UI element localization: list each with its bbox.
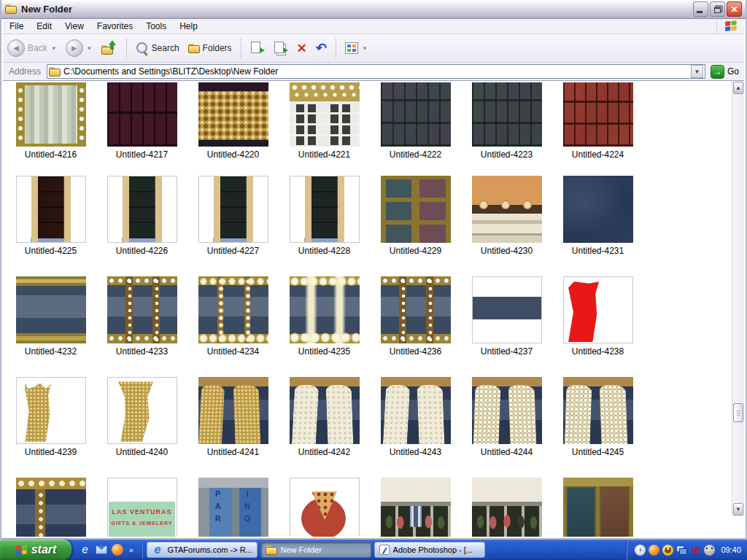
file-name: Untitled-4245 (572, 447, 624, 457)
minimize-button[interactable] (693, 1, 708, 17)
file-item-untitled-4228[interactable]: Untitled-4228 (279, 176, 370, 256)
file-item-untitled-4238[interactable]: Untitled-4238 (552, 276, 643, 357)
file-item-untitled-4243[interactable]: Untitled-4243 (370, 377, 461, 457)
menu-file[interactable]: File (3, 20, 30, 33)
tray-smiley-icon[interactable] (662, 545, 673, 556)
thumbnail-sign-text: INO (243, 489, 252, 526)
copy-to-button[interactable] (269, 36, 293, 61)
file-item-untitled-4233[interactable]: Untitled-4233 (96, 276, 187, 357)
search-button[interactable]: Search (131, 36, 184, 61)
file-item[interactable] (552, 478, 643, 537)
tray-orange-app-icon[interactable] (649, 545, 659, 556)
menu-favorites[interactable]: Favorites (90, 20, 139, 33)
folders-button[interactable]: Folders (184, 36, 236, 61)
task-button-new-folder[interactable]: New Folder (260, 542, 371, 558)
vertical-scrollbar[interactable]: ▲ ▼ (732, 81, 744, 516)
scrollbar-thumb[interactable] (733, 403, 743, 422)
file-item-untitled-4234[interactable]: Untitled-4234 (187, 276, 279, 357)
address-input[interactable]: C:\Documents and Settings\BLITZ\Desktop\… (47, 64, 705, 79)
forward-dropdown-icon[interactable]: ▼ (87, 45, 93, 52)
file-item-untitled-4236[interactable]: Untitled-4236 (370, 276, 461, 357)
file-item[interactable] (370, 478, 461, 537)
file-item-untitled-4220[interactable]: Untitled-4220 (187, 82, 279, 160)
back-dropdown-icon[interactable]: ▼ (51, 45, 57, 52)
forward-button[interactable]: ► ▼ (61, 36, 97, 61)
file-item-untitled-4227[interactable]: Untitled-4227 (187, 176, 279, 256)
tray-kaspersky-icon[interactable]: K (690, 545, 701, 556)
file-thumbnail (16, 478, 86, 537)
file-item-untitled-4244[interactable]: Untitled-4244 (461, 377, 552, 457)
task-button-photoshop[interactable]: Adobe Photoshop - [... (374, 542, 485, 558)
views-button[interactable]: ▼ (341, 36, 372, 61)
file-thumbnail (381, 377, 451, 444)
file-item[interactable]: THE WELL STACKED PIZZA CO (279, 478, 370, 537)
tray-network-icon[interactable] (676, 545, 687, 556)
go-button[interactable]: → Go (705, 65, 744, 79)
task-button-gtaforums[interactable]: e GTAForums.com -> R... (147, 542, 258, 558)
file-item-untitled-4245[interactable]: Untitled-4245 (552, 377, 643, 457)
undo-button[interactable]: ↷ (311, 36, 331, 61)
file-item-untitled-4229[interactable]: Untitled-4229 (370, 176, 461, 256)
start-button[interactable]: start (0, 540, 71, 560)
scroll-up-button[interactable]: ▲ (733, 82, 743, 94)
file-item[interactable] (5, 478, 96, 537)
file-item-untitled-4226[interactable]: Untitled-4226 (96, 176, 187, 256)
views-icon (345, 42, 358, 54)
file-item-untitled-4231[interactable]: Untitled-4231 (552, 176, 643, 256)
file-item-untitled-4241[interactable]: Untitled-4241 (187, 377, 279, 457)
file-name: Untitled-4227 (207, 246, 259, 256)
menu-bar: File Edit View Favorites Tools Help (3, 19, 744, 34)
file-item-untitled-4223[interactable]: Untitled-4223 (461, 82, 552, 160)
file-item-untitled-4240[interactable]: Untitled-4240 (96, 377, 187, 457)
up-button[interactable] (97, 36, 122, 61)
delete-icon: ✕ (297, 42, 307, 55)
title-bar[interactable]: New Folder ✕ (1, 0, 746, 19)
menu-edit[interactable]: Edit (30, 20, 58, 33)
file-item[interactable]: LAS VENTURASGIFTS & JEWELERY (96, 478, 187, 537)
file-item-untitled-4216[interactable]: Untitled-4216 (5, 82, 96, 160)
file-name: Untitled-4237 (481, 346, 533, 357)
file-item-untitled-4232[interactable]: Untitled-4232 (5, 276, 96, 357)
menu-view[interactable]: View (58, 20, 90, 33)
outlook-express-icon[interactable] (96, 545, 107, 554)
menu-help[interactable]: Help (173, 20, 204, 33)
file-item-untitled-4225[interactable]: Untitled-4225 (5, 176, 96, 256)
file-item-untitled-4224[interactable]: Untitled-4224 (552, 82, 643, 160)
hide-tray-icons-chevron[interactable]: ‹ (635, 545, 646, 556)
restore-icon (714, 7, 721, 13)
quick-launch-overflow-chevron[interactable]: » (129, 546, 133, 554)
file-item-untitled-4239[interactable]: Untitled-4239 (5, 377, 96, 457)
delete-button[interactable]: ✕ (293, 36, 311, 61)
close-button[interactable]: ✕ (727, 1, 742, 17)
back-button[interactable]: ◄ Back ▼ (3, 36, 61, 61)
file-item-untitled-4237[interactable]: Untitled-4237 (461, 276, 552, 357)
toolbar: ◄ Back ▼ ► ▼ Search Folders (3, 34, 744, 63)
file-name: Untitled-4232 (25, 346, 77, 357)
scroll-down-button[interactable]: ▼ (733, 503, 743, 516)
file-row: Untitled-4232 Untitled-4233 Untitled-423… (5, 276, 643, 357)
file-item-untitled-4242[interactable]: Untitled-4242 (279, 377, 370, 457)
file-item-untitled-4222[interactable]: Untitled-4222 (370, 82, 461, 160)
move-to-button[interactable] (246, 36, 269, 61)
quick-launch: e » (71, 544, 139, 556)
file-name: Untitled-4234 (207, 346, 259, 357)
file-item[interactable]: PARINO (187, 478, 279, 537)
file-item-untitled-4230[interactable]: Untitled-4230 (461, 176, 552, 256)
file-item-untitled-4217[interactable]: Untitled-4217 (96, 82, 187, 160)
address-folder-icon (49, 67, 61, 77)
file-thumbnail (16, 176, 86, 243)
views-dropdown-icon[interactable]: ▼ (362, 45, 368, 52)
orange-app-icon[interactable] (112, 544, 123, 556)
file-item[interactable] (461, 478, 552, 537)
file-item-untitled-4235[interactable]: Untitled-4235 (279, 276, 370, 357)
file-list-view[interactable]: Untitled-4216 Untitled-4217 Untitled-422… (3, 81, 732, 537)
tray-cow-icon[interactable] (704, 545, 715, 556)
file-thumbnail (290, 176, 360, 243)
file-item-untitled-4221[interactable]: Untitled-4221 (279, 82, 370, 160)
window-title: New Folder (21, 4, 72, 15)
internet-explorer-icon[interactable]: e (79, 544, 91, 556)
address-dropdown-button[interactable]: ▼ (691, 65, 703, 78)
menu-tools[interactable]: Tools (139, 20, 173, 33)
restore-button[interactable] (710, 1, 725, 17)
file-name: Untitled-4239 (25, 447, 77, 457)
